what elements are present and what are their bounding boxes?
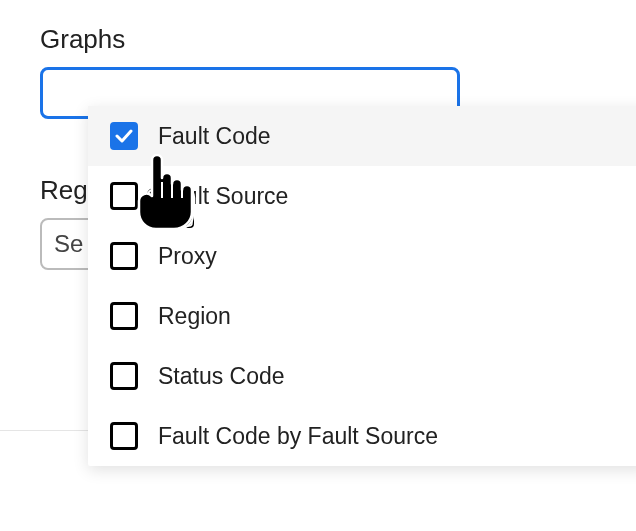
menu-item-status-code[interactable]: Status Code <box>88 346 636 406</box>
menu-item-label: Status Code <box>158 363 285 390</box>
checkbox-fault-code[interactable] <box>110 122 138 150</box>
menu-item-fault-source[interactable]: Fault Source <box>88 166 636 226</box>
checkbox-status-code[interactable] <box>110 362 138 390</box>
region-select-placeholder: Se <box>54 230 83 258</box>
checkbox-region[interactable] <box>110 302 138 330</box>
checkbox-fault-code-by-fault-source[interactable] <box>110 422 138 450</box>
menu-item-region[interactable]: Region <box>88 286 636 346</box>
checkbox-proxy[interactable] <box>110 242 138 270</box>
menu-item-label: Fault Source <box>158 183 288 210</box>
check-icon <box>115 129 133 143</box>
menu-item-label: Fault Code by Fault Source <box>158 423 438 450</box>
checkbox-fault-source[interactable] <box>110 182 138 210</box>
menu-item-fault-code[interactable]: Fault Code <box>88 106 636 166</box>
menu-item-label: Region <box>158 303 231 330</box>
menu-item-label: Proxy <box>158 243 217 270</box>
menu-item-fault-code-by-fault-source[interactable]: Fault Code by Fault Source <box>88 406 636 466</box>
menu-item-proxy[interactable]: Proxy <box>88 226 636 286</box>
graphs-label: Graphs <box>40 24 596 55</box>
graphs-dropdown-menu: Fault Code Fault Source Proxy Region <box>88 106 636 466</box>
menu-item-label: Fault Code <box>158 123 271 150</box>
